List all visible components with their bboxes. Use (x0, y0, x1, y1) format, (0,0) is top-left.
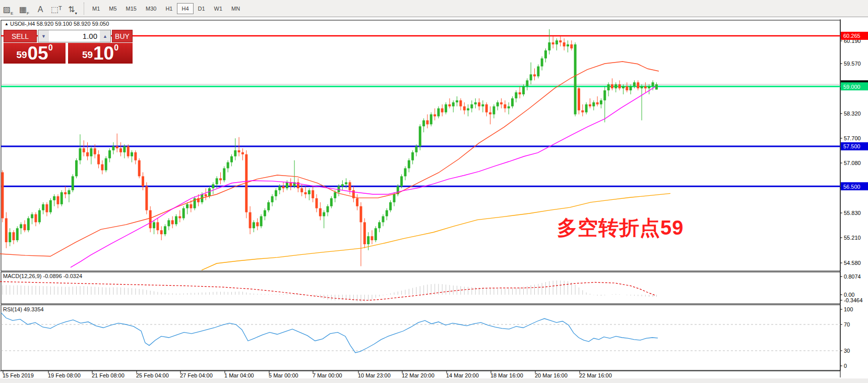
candle-body (105, 158, 107, 171)
candle-body (574, 44, 577, 115)
candle-body (600, 100, 602, 104)
text-a-icon[interactable]: A (34, 3, 47, 15)
candle-body (312, 190, 314, 198)
sell-price-small: 59 (16, 47, 27, 63)
candle-body (360, 206, 362, 223)
svg-text:1 Mar 04:00: 1 Mar 04:00 (224, 372, 254, 378)
candle-body (178, 216, 181, 218)
candle-body (563, 42, 566, 46)
candle-body (12, 232, 15, 240)
candle-body (481, 104, 484, 106)
candle-body (533, 74, 536, 76)
candle-body (485, 104, 488, 113)
candle-body (607, 84, 610, 90)
sell-button[interactable]: SELL (4, 30, 37, 42)
candle-body (626, 86, 628, 90)
text-label-icon[interactable]: ⬚ᵀ (50, 3, 63, 15)
svg-text:0: 0 (844, 363, 847, 369)
candle-body (264, 210, 266, 216)
candle-body (504, 104, 506, 108)
candle-body (227, 162, 229, 169)
candle-body (256, 222, 259, 226)
candle-body (319, 208, 322, 216)
candle-body (378, 222, 381, 228)
candle-body (422, 120, 425, 126)
timeframe-button-M1[interactable]: M1 (88, 3, 104, 14)
timeframe-button-W1[interactable]: W1 (210, 3, 227, 14)
candle-body (45, 204, 48, 212)
candle-body (349, 182, 351, 190)
svg-text:19 Feb 08:00: 19 Feb 08:00 (48, 372, 81, 378)
candle-body (500, 102, 503, 104)
candle-body (131, 152, 133, 156)
candle-body (411, 152, 414, 160)
candle-body (382, 216, 384, 223)
candle-body (655, 84, 658, 89)
buy-button[interactable]: BUY (112, 30, 133, 42)
candle-body (127, 146, 130, 156)
candle-body (230, 156, 233, 162)
candle-body (282, 186, 285, 188)
svg-text:27 Feb 04:00: 27 Feb 04:00 (180, 372, 213, 378)
candle-body (145, 186, 148, 210)
svg-text:54.580: 54.580 (844, 260, 861, 266)
buy-price-display[interactable]: 59 10 0 (68, 43, 133, 64)
svg-text:22 Mar 16:00: 22 Mar 16:00 (579, 372, 612, 378)
sell-price-big: 05 (28, 44, 48, 63)
svg-text:0.8074: 0.8074 (844, 273, 861, 280)
candle-body (459, 100, 462, 106)
timeframe-button-MN[interactable]: MN (227, 3, 244, 14)
timeframe-button-D1[interactable]: D1 (194, 3, 210, 14)
timeframe-button-H4[interactable]: H4 (177, 3, 193, 14)
volume-increase-button[interactable]: ▲ (100, 30, 110, 42)
candle-body (363, 222, 366, 244)
volume-input[interactable] (49, 30, 100, 42)
candle-body (300, 188, 303, 192)
toolbar: ▨E▦FA⬚ᵀ⇅▾ M1M5M15M30H1H4D1W1MN (0, 0, 868, 17)
candle-body (470, 104, 473, 108)
svg-text:25 Feb 04:00: 25 Feb 04:00 (136, 372, 169, 378)
candle-body (9, 232, 11, 242)
candle-body (611, 84, 613, 88)
candle-body (308, 190, 311, 194)
timeframe-button-M30[interactable]: M30 (141, 3, 161, 14)
volume-decrease-button[interactable]: ▼ (38, 30, 49, 42)
timeframe-button-M5[interactable]: M5 (104, 3, 121, 14)
candle-body (278, 186, 281, 190)
sell-price-display[interactable]: 59 05 0 (4, 43, 66, 64)
candle-body (190, 204, 192, 208)
grid-f-icon[interactable]: ▦F (18, 3, 31, 15)
candle-body (452, 102, 455, 106)
candle-body (79, 148, 81, 160)
chart-text-annotation[interactable]: 多空转折点59 (557, 214, 684, 242)
candle-body (578, 88, 580, 111)
candle-body (64, 192, 67, 194)
candle-body (42, 204, 44, 210)
candle-body (167, 220, 170, 226)
candle-body (489, 113, 491, 115)
svg-text:60.265: 60.265 (843, 33, 860, 39)
candle-body (38, 210, 41, 223)
toolbar-separator (84, 3, 85, 15)
expert-advisor-icon[interactable]: ▨E (2, 3, 15, 15)
candle-body (467, 108, 469, 111)
candle-body (212, 184, 214, 188)
timeframe-button-H1[interactable]: H1 (161, 3, 177, 14)
candle-body (208, 188, 211, 196)
candle-body (275, 190, 277, 196)
arrow-tool-icon[interactable]: ⇅▾ (66, 3, 79, 15)
candle-body (123, 146, 126, 152)
macd-panel (1, 272, 840, 304)
candle-body (56, 196, 59, 204)
svg-text:-0.3464: -0.3464 (844, 297, 862, 303)
candle-body (216, 178, 218, 184)
candle-body (526, 80, 528, 86)
candle-body (53, 196, 55, 200)
candle-body (371, 236, 374, 240)
timeframe-button-M15[interactable]: M15 (121, 3, 141, 14)
candle-body (592, 102, 595, 106)
candle-body (426, 120, 428, 124)
one-click-trading-panel: SELL ▼ ▲ BUY 59 05 0 59 10 0 (4, 30, 133, 64)
svg-text:10 Mar 23:00: 10 Mar 23:00 (358, 372, 391, 378)
candle-body (567, 44, 569, 46)
